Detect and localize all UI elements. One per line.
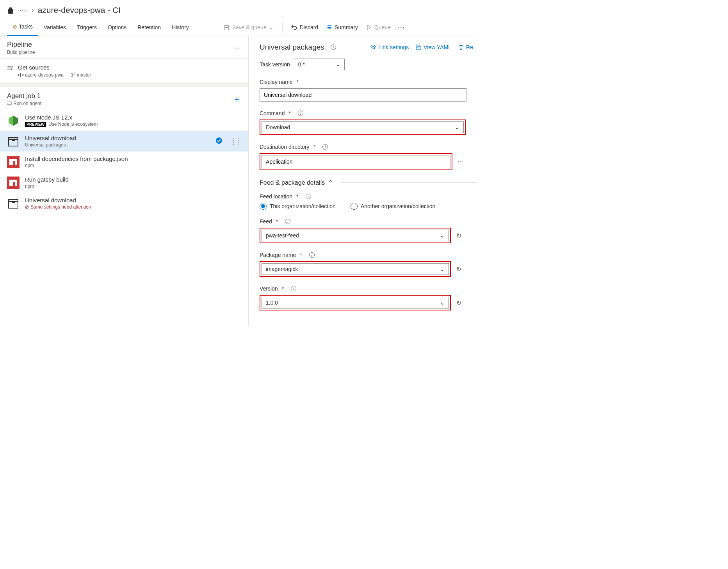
radio-other-org[interactable]: Another organization/collection: [351, 203, 435, 210]
breadcrumb-title[interactable]: azure-devops-pwa - CI: [38, 5, 121, 15]
get-sources-icon: [7, 66, 13, 70]
radio-this-org[interactable]: This organization/collection: [260, 203, 336, 210]
task-icon: [7, 156, 20, 168]
task-version-select[interactable]: 0.*⌄: [294, 59, 345, 70]
pipeline-title: Pipeline: [7, 41, 35, 49]
pipeline-header[interactable]: Pipeline Build pipeline ···: [0, 36, 248, 59]
task-title: Universal download: [25, 197, 241, 203]
get-sources[interactable]: Get sources azure-devops-pwa master: [0, 59, 248, 84]
svg-rect-14: [418, 46, 421, 50]
discard-button[interactable]: Discard: [287, 22, 322, 33]
task-icon: [7, 197, 20, 210]
info-icon[interactable]: i: [285, 219, 290, 224]
form-title: Universal packages: [260, 43, 324, 52]
task-error: ⊘ Some settings need attention: [25, 204, 241, 210]
feed-location-label: Feed location: [260, 193, 292, 200]
pipeline-subtitle: Build pipeline: [7, 50, 35, 55]
remove-button[interactable]: Re: [458, 44, 473, 50]
get-sources-title: Get sources: [18, 64, 91, 71]
info-icon[interactable]: i: [322, 144, 328, 150]
repo-name: azure-devops-pwa: [25, 72, 64, 78]
command-label: Command: [260, 110, 285, 116]
branch-icon: [71, 73, 75, 77]
display-name-label: Display name: [260, 79, 293, 85]
breadcrumb: ··· › azure-devops-pwa - CI: [0, 0, 477, 19]
task-title: Install dependencies from package.json: [25, 155, 241, 162]
task-title: Run gatsby build: [25, 176, 241, 183]
refresh-feed-button[interactable]: ↻: [454, 231, 463, 240]
dest-input[interactable]: [262, 155, 450, 168]
task-row[interactable]: Install dependencies from package.jsonnp…: [0, 152, 248, 172]
yaml-icon: [416, 45, 421, 50]
info-icon[interactable]: i: [331, 45, 336, 50]
tab-triggers[interactable]: Triggers: [71, 19, 102, 36]
chevron-down-icon: ⌄: [440, 300, 445, 306]
task-subtitle: npm: [25, 163, 241, 168]
save-icon: [224, 24, 230, 30]
breadcrumb-ellipsis[interactable]: ···: [18, 6, 28, 14]
task-row[interactable]: Universal download⊘ Some settings need a…: [0, 193, 248, 214]
pipeline-more[interactable]: ···: [234, 44, 241, 52]
info-icon[interactable]: i: [291, 286, 296, 291]
feed-select[interactable]: pwa-test-feed⌄: [262, 230, 449, 241]
tab-variables[interactable]: Variables: [38, 19, 71, 36]
play-icon: [366, 24, 372, 30]
success-icon: [215, 137, 222, 145]
task-subtitle: npm: [25, 184, 241, 189]
link-settings-button[interactable]: Link settings: [370, 44, 409, 50]
feed-section-title[interactable]: Feed & package details: [260, 179, 325, 186]
tab-retention[interactable]: Retention: [132, 19, 166, 36]
browse-button[interactable]: ···: [456, 157, 465, 166]
tab-options[interactable]: Options: [102, 19, 132, 36]
queue-button[interactable]: Queue: [362, 22, 395, 33]
agent-title: Agent job 1: [7, 92, 41, 100]
chevron-down-icon: ⌄: [440, 266, 445, 272]
info-icon[interactable]: i: [309, 252, 315, 258]
save-queue-button[interactable]: Save & queue ⌄: [220, 22, 278, 33]
feed-label: Feed: [260, 218, 272, 225]
tab-tasks[interactable]: ⊘Tasks: [7, 19, 38, 36]
task-subtitle: Universal packages: [25, 142, 210, 148]
add-task-button[interactable]: ＋: [233, 93, 241, 105]
agent-icon: [7, 102, 12, 105]
view-yaml-button[interactable]: View YAML: [416, 44, 451, 50]
dest-label: Destination directory: [260, 144, 310, 150]
agent-subtitle: Run on agent: [13, 101, 41, 106]
svg-rect-12: [12, 202, 15, 203]
warning-icon: ⊘: [12, 23, 17, 30]
repo-icon: [18, 73, 23, 77]
summary-button[interactable]: Summary: [322, 22, 362, 33]
summary-icon: [326, 24, 332, 30]
error-icon: ⊘: [25, 204, 29, 210]
chevron-down-icon: ⌄: [440, 232, 445, 239]
branch-name: master: [77, 72, 91, 78]
undo-icon: [291, 24, 297, 30]
tab-history[interactable]: History: [166, 19, 194, 36]
command-select[interactable]: Download⌄: [262, 121, 464, 133]
task-version-label: Task version: [260, 61, 290, 68]
drag-handle-icon[interactable]: ⋮⋮⋮⋮: [231, 139, 241, 144]
svg-point-2: [71, 76, 73, 77]
refresh-version-button[interactable]: ↻: [454, 298, 463, 307]
version-select[interactable]: 1.0.0⌄: [262, 297, 449, 309]
chevron-up-icon: ⌃: [328, 179, 333, 186]
chevron-down-icon: ⌄: [269, 24, 274, 30]
task-row[interactable]: Use Node.JS 12.xPREVIEWUse Node.js ecosy…: [0, 110, 248, 131]
pipeline-home-icon[interactable]: [7, 7, 14, 14]
package-select[interactable]: imagemagick⌄: [262, 263, 449, 275]
refresh-package-button[interactable]: ↻: [454, 264, 463, 274]
task-row[interactable]: Run gatsby buildnpm: [0, 172, 248, 193]
info-icon[interactable]: i: [306, 194, 311, 199]
info-icon[interactable]: i: [298, 111, 303, 116]
task-row[interactable]: Universal downloadUniversal packages⋮⋮⋮⋮: [0, 131, 248, 152]
display-name-input[interactable]: [260, 88, 466, 102]
task-form: Universal packagesi Link settings View Y…: [249, 36, 477, 326]
agent-job[interactable]: Agent job 1 Run on agent ＋: [0, 84, 248, 110]
task-icon: [7, 114, 20, 127]
version-label: Version: [260, 285, 278, 292]
pipeline-tree: Pipeline Build pipeline ··· Get sources …: [0, 36, 249, 326]
chevron-down-icon: ⌄: [336, 61, 340, 68]
chevron-right-icon: ›: [32, 7, 34, 13]
preview-badge: PREVIEW: [25, 122, 46, 127]
toolbar-more[interactable]: ···: [395, 23, 408, 31]
